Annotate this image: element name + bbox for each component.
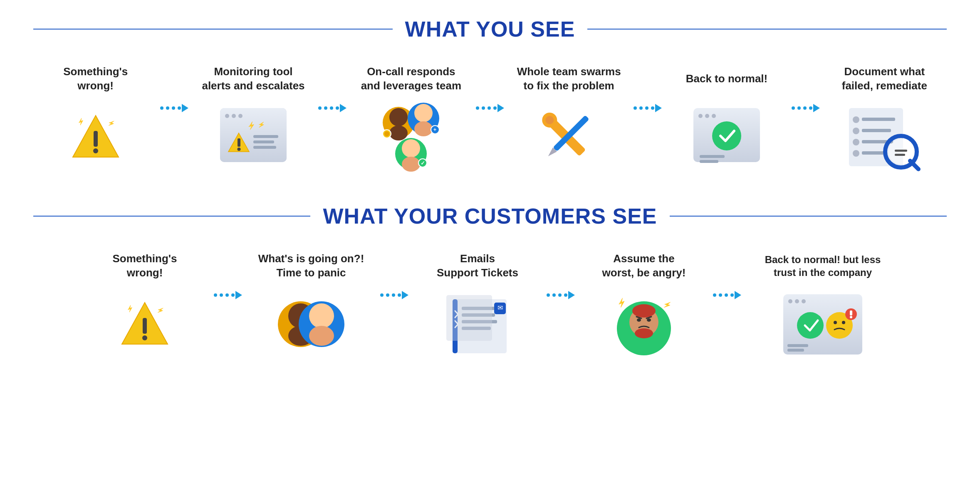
svg-point-92 (795, 299, 799, 303)
svg-text:⚡: ⚡ (156, 306, 166, 315)
svg-point-94 (797, 312, 824, 339)
svg-rect-101 (787, 344, 808, 347)
flow-item-6-icon (851, 104, 918, 170)
svg-line-59 (910, 161, 918, 169)
arrow-3 (473, 62, 507, 121)
flow2-item-1-label: Something'swrong! (113, 249, 177, 283)
svg-point-25 (414, 121, 433, 136)
section2-header: WHAT YOUR CUSTOMERS SEE (33, 204, 947, 229)
header-line-right (587, 29, 947, 30)
header2-line-right (670, 216, 947, 217)
header2-line-left (33, 216, 310, 217)
flow-item-4-label: Whole team swarmsto fix the problem (517, 62, 621, 96)
svg-text:⚡: ⚡ (616, 297, 628, 309)
page: WHAT YOU SEE Something'swrong! ⚡ ⚡ (0, 0, 980, 403)
arrow-1 (158, 62, 191, 121)
flow2-item-3-label: EmailsSupport Tickets (437, 249, 518, 283)
flow2-item-2-label: What's is going on?!Time to panic (258, 249, 364, 283)
flow2-item-3-icon: ✉ (444, 291, 511, 357)
section1-title: WHAT YOU SEE (405, 17, 575, 42)
svg-point-100 (850, 316, 852, 318)
svg-rect-58 (895, 154, 905, 156)
svg-rect-50 (862, 129, 891, 132)
flow-item-1-icon: ⚡ ⚡ (62, 104, 129, 170)
svg-rect-11 (238, 138, 240, 147)
flow-item-5-label: Back to normal! (686, 62, 768, 96)
svg-rect-102 (787, 349, 804, 352)
svg-text:✓: ✓ (421, 160, 425, 166)
svg-point-22 (384, 131, 389, 136)
svg-point-91 (788, 299, 792, 303)
section1-header: WHAT YOU SEE (33, 17, 947, 42)
svg-point-69 (309, 303, 334, 328)
svg-rect-3 (94, 131, 98, 147)
svg-point-43 (712, 121, 741, 150)
svg-point-97 (842, 321, 845, 324)
section1-flow: Something'swrong! ⚡ ⚡ (33, 62, 947, 170)
flow-item-3: On-call respondsand leverages team (349, 62, 473, 170)
flow2-item-3: EmailsSupport Tickets (411, 249, 544, 357)
svg-rect-15 (253, 135, 278, 138)
flow-item-2-label: Monitoring toolalerts and escalates (202, 62, 304, 96)
flow-item-3-icon: + ✓ (378, 104, 444, 170)
svg-point-12 (238, 148, 241, 151)
flow-item-6-label: Document whatfailed, remediate (842, 62, 927, 96)
flow-item-4-icon (536, 104, 602, 170)
svg-text:⚡: ⚡ (662, 300, 673, 310)
flow-item-5-icon (693, 104, 760, 170)
svg-rect-16 (253, 140, 274, 143)
flow-item-1: Something'swrong! ⚡ ⚡ (33, 62, 158, 170)
flow2-item-1: Something'swrong! ⚡ ⚡ (78, 249, 211, 357)
svg-rect-54 (862, 151, 887, 155)
flow2-item-1-icon: ⚡ ⚡ (111, 291, 178, 357)
svg-rect-79 (446, 295, 492, 341)
svg-text:⚡: ⚡ (106, 119, 116, 128)
flow-item-6: Document whatfailed, remediate (822, 62, 947, 170)
svg-rect-44 (700, 155, 725, 158)
svg-point-51 (853, 139, 859, 145)
svg-rect-99 (850, 310, 852, 315)
arrow-5 (789, 62, 822, 121)
svg-point-82 (632, 304, 656, 318)
arrow-4 (631, 62, 664, 121)
svg-point-40 (698, 114, 703, 118)
svg-point-96 (834, 321, 837, 324)
flow2-item-5-icon (789, 291, 856, 357)
flow2-item-4-label: Assume theworst, be angry! (602, 249, 686, 283)
arrow2-3 (544, 249, 577, 308)
svg-point-19 (389, 108, 408, 126)
flow-item-5: Back to normal! (664, 62, 789, 170)
svg-rect-48 (862, 118, 895, 121)
flow-item-1-label: Something'swrong! (63, 62, 128, 96)
svg-point-30 (402, 157, 420, 172)
flow2-item-2: What's is going on?!Time to panic (245, 249, 378, 357)
flow-item-3-label: On-call respondsand leverages team (361, 62, 461, 96)
header-line-left (33, 29, 393, 30)
arrow2-1 (211, 249, 245, 308)
section2-flow: Something'swrong! ⚡ ⚡ (33, 249, 947, 357)
svg-point-83 (635, 328, 653, 338)
flow2-item-5: Back to normal! but lesstrust in the com… (744, 249, 902, 357)
svg-point-93 (802, 299, 806, 303)
svg-point-64 (142, 335, 147, 340)
svg-point-24 (414, 104, 433, 122)
flow2-item-5-label: Back to normal! but lesstrust in the com… (765, 249, 881, 283)
flow-item-2: Monitoring toolalerts and escalates (191, 62, 315, 170)
section-what-customers-see: WHAT YOUR CUSTOMERS SEE Something'swrong… (33, 204, 947, 357)
svg-point-7 (225, 114, 229, 118)
svg-point-29 (402, 139, 420, 158)
flow2-item-2-icon (278, 291, 344, 357)
svg-text:✉: ✉ (497, 304, 503, 311)
svg-point-20 (389, 126, 408, 140)
flow2-item-4-icon: ⚡ ⚡ (611, 291, 677, 357)
svg-text:⚡: ⚡ (76, 117, 86, 126)
svg-point-84 (637, 318, 641, 322)
section2-title: WHAT YOUR CUSTOMERS SEE (323, 204, 657, 229)
svg-point-4 (93, 148, 98, 153)
svg-point-53 (853, 150, 859, 157)
arrow-2 (316, 62, 349, 121)
svg-point-9 (238, 114, 243, 118)
svg-rect-45 (700, 160, 718, 163)
section-what-you-see: WHAT YOU SEE Something'swrong! ⚡ ⚡ (33, 17, 947, 170)
svg-text:+: + (433, 127, 436, 133)
